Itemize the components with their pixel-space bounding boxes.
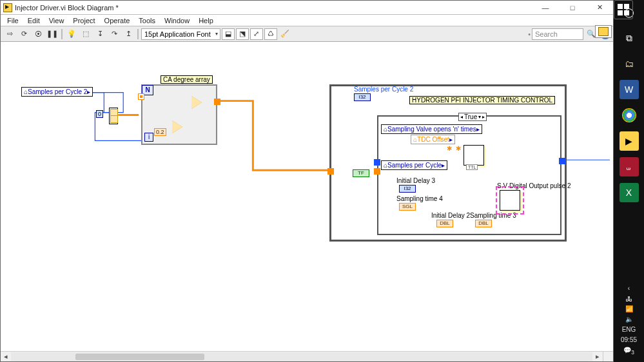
build-array-node[interactable] [109, 108, 118, 124]
separator [61, 29, 63, 39]
menu-tools[interactable]: Tools [135, 16, 159, 25]
tray-overflow-icon[interactable]: ‹ [621, 284, 637, 293]
label-sv-digital-output: S.V Digital Output pulse 2 [497, 182, 571, 189]
terminal-initial-delay-2[interactable]: DBL [436, 220, 453, 227]
ms-excel-icon[interactable]: X [620, 183, 639, 202]
step-in-button[interactable]: ↧ [93, 28, 106, 40]
resize-button[interactable]: ⤢ [250, 28, 263, 40]
terminal-icon: ▸ [87, 88, 90, 95]
horizontal-scrollbar[interactable]: ◂ ▸ [1, 351, 603, 361]
menu-help[interactable]: Help [195, 16, 217, 25]
seq-outer-tunnel-orange[interactable] [327, 168, 334, 175]
mendeley-icon[interactable]: ⩊ [620, 157, 639, 176]
titlebar[interactable]: Injector Driver.vi Block Diagram * — □ ✕ [1, 1, 613, 15]
case-dropdown-icon[interactable]: ▾ [478, 114, 481, 120]
scrollbar-corner [603, 351, 613, 361]
menu-operate[interactable]: Operate [101, 16, 134, 25]
close-button[interactable]: ✕ [586, 1, 613, 15]
labview-taskbar-icon[interactable]: ▶ [620, 131, 639, 151]
control-label: Sampling Valve opens 'n' times [387, 126, 476, 133]
for-loop[interactable]: N i [141, 84, 217, 145]
svg-rect-2 [618, 10, 623, 15]
search-icon: • [528, 30, 531, 38]
search-input[interactable]: Search [532, 28, 583, 40]
control-samples-per-cycle-2[interactable]: ⌂Samples per Cycle 2▸ [21, 87, 93, 97]
scroll-left-button[interactable]: ◂ [1, 352, 11, 361]
scrollbar-thumb[interactable] [75, 354, 204, 360]
menu-project[interactable]: Project [69, 16, 99, 25]
numeric-constant-zero[interactable]: 0 [96, 110, 103, 118]
terminal-initial-delay-3[interactable]: I32 [399, 185, 416, 193]
run-cont-button[interactable]: ⟳ [17, 28, 30, 40]
control-label: Samples per Cycle 2 [28, 88, 87, 95]
menu-view[interactable]: View [45, 16, 68, 25]
labview-window: Injector Driver.vi Block Diagram * — □ ✕… [0, 0, 614, 362]
highlight-exec-button[interactable]: 💡 [65, 28, 78, 40]
retain-wire-button[interactable]: ⬚ [79, 28, 92, 40]
run-button[interactable]: ⇨ [3, 28, 16, 40]
block-diagram-canvas[interactable]: ⌂Samples per Cycle 2▸ 0 CA degree array … [1, 43, 613, 350]
tray-action-center-icon[interactable]: 💬3 [621, 346, 637, 357]
terminal-sampling-time-3[interactable]: DBL [475, 220, 492, 227]
indicator-terminal-i32[interactable]: I32 [354, 93, 371, 101]
tray-language[interactable]: ENG [621, 325, 637, 334]
terminal-icon: ▸ [449, 136, 453, 143]
tray-volume-icon[interactable]: 🔈 [621, 315, 637, 324]
bool-terminal-tf[interactable]: TF [353, 169, 369, 177]
minimize-button[interactable]: — [532, 1, 559, 15]
free-label-ca-degree-array[interactable]: CA degree array [161, 75, 213, 84]
abort-button[interactable]: ⦿ [32, 28, 44, 40]
seq-input-tunnel-blue[interactable] [374, 159, 380, 166]
label-sampling-time-3: Sampling time 3 [470, 212, 516, 219]
ms-word-icon[interactable]: W [620, 80, 639, 99]
reorder-button[interactable]: ♺ [264, 28, 277, 40]
step-out-button[interactable]: ↥ [122, 28, 135, 40]
case-selector[interactable]: ◂ True ▾ ▸ [458, 113, 487, 121]
case-prev-icon[interactable]: ◂ [460, 114, 463, 120]
cleanup-button[interactable]: 🧹 [278, 28, 291, 40]
case-next-icon[interactable]: ▸ [482, 114, 485, 120]
app-icon [3, 3, 12, 12]
subvi-sv-digital-output[interactable] [500, 190, 520, 211]
pause-button[interactable]: ❚❚ [46, 28, 59, 40]
tray-network-icon[interactable]: 🖧 [621, 294, 637, 303]
control-samples-per-cycle[interactable]: ⌂Samples per Cycle▸ [381, 160, 447, 170]
distribute-button[interactable]: ⬔ [236, 28, 249, 40]
tray-clock[interactable]: 09:55 [621, 336, 637, 345]
numeric-constant-step[interactable]: 0.2 [154, 128, 166, 136]
vi-icon[interactable] [595, 25, 612, 38]
tray-wifi-icon[interactable]: 📶 [621, 305, 637, 314]
svg-rect-3 [624, 10, 629, 15]
menu-file[interactable]: File [3, 16, 23, 25]
control-sampling-valve-opens[interactable]: ⌂Sampling Valve opens 'n' times▸ [381, 124, 482, 134]
align-button[interactable]: ⬓ [222, 28, 235, 40]
multiply-node[interactable] [172, 120, 182, 133]
seq-input-tunnel-orange[interactable] [374, 168, 380, 175]
chrome-icon[interactable] [620, 106, 639, 125]
coercion-dot-icon: ✱ [456, 145, 461, 150]
coercion-dot-icon: ✱ [447, 145, 452, 150]
subvi-ttl-caption: TTL [466, 164, 478, 170]
maximize-button[interactable]: □ [559, 1, 586, 15]
case-output-tunnel-blue[interactable] [559, 158, 565, 164]
scroll-right-button[interactable]: ▸ [592, 352, 603, 361]
menu-edit[interactable]: Edit [24, 16, 44, 25]
scrollbar-track[interactable] [11, 352, 592, 361]
font-selector[interactable]: 15pt Application Font [141, 28, 220, 40]
start-button[interactable] [614, 0, 633, 19]
free-label-seq-title[interactable]: HYDROGEN PFI INJECTOR TIMING CONTROL [409, 96, 555, 104]
terminal-sampling-time-4[interactable]: SGL [399, 203, 416, 211]
for-input-tunnel[interactable] [138, 93, 144, 100]
subvi-ttl[interactable] [463, 145, 484, 166]
task-view-icon[interactable]: ⧉ [620, 28, 639, 48]
control-tdc-offset[interactable]: ⌂TDC Offset▸ [411, 135, 455, 144]
label-samples-per-cycle-2: Samples per Cycle 2 [354, 86, 413, 93]
for-output-autoindex-tunnel[interactable] [214, 99, 220, 105]
svg-rect-1 [624, 4, 629, 9]
step-over-button[interactable]: ↷ [108, 28, 121, 40]
control-label: TDC Offset [417, 136, 449, 143]
add-node[interactable] [191, 96, 202, 109]
notification-count: 3 [631, 349, 634, 356]
menu-window[interactable]: Window [161, 16, 193, 25]
file-explorer-icon[interactable]: 🗂 [620, 54, 639, 73]
